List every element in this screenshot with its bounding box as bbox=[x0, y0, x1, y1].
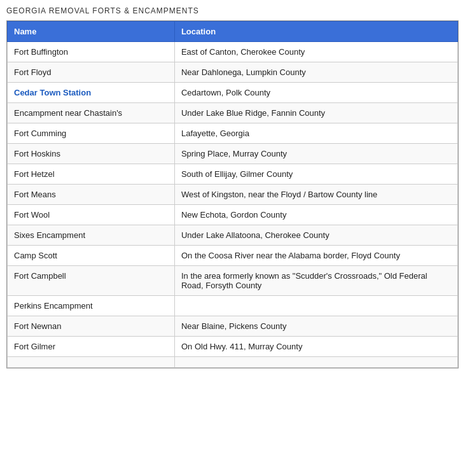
cell-name: Cedar Town Station bbox=[8, 83, 175, 103]
cell-location: On Old Hwy. 411, Murray County bbox=[174, 337, 457, 357]
table-row: Fort HoskinsSpring Place, Murray County bbox=[8, 144, 458, 164]
table-row: Fort FloydNear Dahlonega, Lumpkin County bbox=[8, 62, 458, 83]
cell-name: Fort Campbell bbox=[8, 266, 175, 296]
cell-name: Fort Means bbox=[8, 185, 175, 205]
cell-location: Spring Place, Murray County bbox=[174, 144, 457, 164]
cell-name: Fort Hetzel bbox=[8, 164, 175, 185]
cell-location: Near Blaine, Pickens County bbox=[174, 316, 457, 337]
cell-name: Fort Gilmer bbox=[8, 337, 175, 357]
cell-location: Lafayette, Georgia bbox=[174, 123, 457, 144]
main-table-wrapper: Name Location Fort BuffingtonEast of Can… bbox=[6, 20, 459, 368]
cell-name: Sixes Encampment bbox=[8, 225, 175, 246]
table-row: Fort BuffingtonEast of Canton, Cherokee … bbox=[8, 42, 458, 62]
column-header-location: Location bbox=[174, 22, 457, 42]
cell-location: New Echota, Gordon County bbox=[174, 205, 457, 225]
cell-location: South of Ellijay, Gilmer County bbox=[174, 164, 457, 185]
cell-location: West of Kingston, near the Floyd / Barto… bbox=[174, 185, 457, 205]
cell-location: On the Coosa River near the Alabama bord… bbox=[174, 246, 457, 266]
cell-location bbox=[174, 357, 457, 368]
cell-location: In the area formerly known as "Scudder's… bbox=[174, 266, 457, 296]
cell-location: East of Canton, Cherokee County bbox=[174, 42, 457, 62]
table-row: Fort NewnanNear Blaine, Pickens County bbox=[8, 316, 458, 337]
table-header-row: Name Location bbox=[8, 22, 458, 42]
cell-name: Fort Buffington bbox=[8, 42, 175, 62]
table-row: Fort HetzelSouth of Ellijay, Gilmer Coun… bbox=[8, 164, 458, 185]
forts-table: Name Location Fort BuffingtonEast of Can… bbox=[7, 21, 458, 368]
cell-location: Under Lake Allatoona, Cherokee County bbox=[174, 225, 457, 246]
table-row: Fort GilmerOn Old Hwy. 411, Murray Count… bbox=[8, 337, 458, 357]
table-row: Perkins Encampment bbox=[8, 296, 458, 316]
table-row: Fort CummingLafayette, Georgia bbox=[8, 123, 458, 144]
cell-name: Fort Floyd bbox=[8, 62, 175, 83]
cell-name: Encampment near Chastain's bbox=[8, 103, 175, 123]
page-title: GEORGIA REMOVAL FORTS & ENCAMPMENTS bbox=[6, 6, 459, 15]
table-row: Sixes EncampmentUnder Lake Allatoona, Ch… bbox=[8, 225, 458, 246]
cell-name bbox=[8, 357, 175, 368]
cell-location: Under Lake Blue Ridge, Fannin County bbox=[174, 103, 457, 123]
cell-location bbox=[174, 296, 457, 316]
table-row bbox=[8, 357, 458, 368]
cell-name: Perkins Encampment bbox=[8, 296, 175, 316]
column-header-name: Name bbox=[8, 22, 175, 42]
cell-name: Fort Wool bbox=[8, 205, 175, 225]
table-row: Camp ScottOn the Coosa River near the Al… bbox=[8, 246, 458, 266]
table-row: Fort MeansWest of Kingston, near the Flo… bbox=[8, 185, 458, 205]
cell-name: Fort Cumming bbox=[8, 123, 175, 144]
table-row: Fort WoolNew Echota, Gordon County bbox=[8, 205, 458, 225]
cell-name: Fort Newnan bbox=[8, 316, 175, 337]
cell-location: Cedartown, Polk County bbox=[174, 83, 457, 103]
cell-name: Camp Scott bbox=[8, 246, 175, 266]
cell-location: Near Dahlonega, Lumpkin County bbox=[174, 62, 457, 83]
highlighted-name[interactable]: Cedar Town Station bbox=[14, 88, 91, 97]
table-row: Fort CampbellIn the area formerly known … bbox=[8, 266, 458, 296]
table-row: Encampment near Chastain'sUnder Lake Blu… bbox=[8, 103, 458, 123]
table-row: Cedar Town StationCedartown, Polk County bbox=[8, 83, 458, 103]
cell-name: Fort Hoskins bbox=[8, 144, 175, 164]
